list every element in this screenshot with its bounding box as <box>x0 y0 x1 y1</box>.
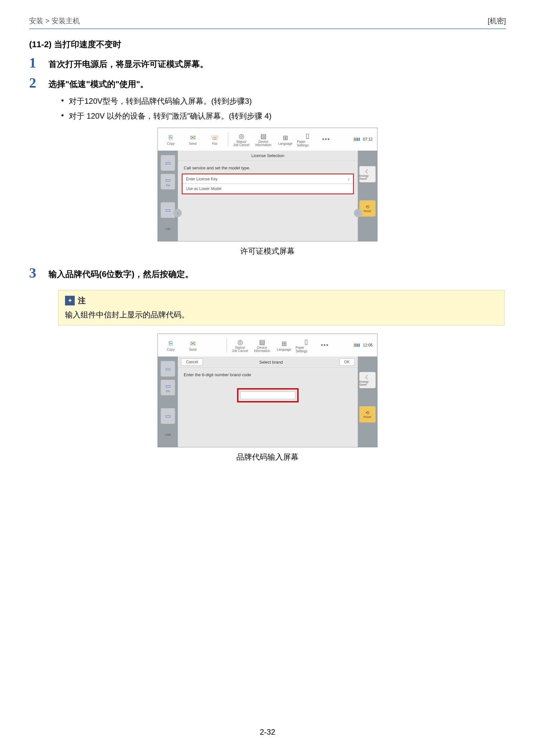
paper-settings-icon[interactable]: ▯Paper Settings <box>297 130 318 149</box>
clock: 07:12 <box>363 137 373 142</box>
step-2: 2 选择"低速"模式的"使用"。 <box>29 76 506 90</box>
clock: 12:05 <box>363 343 373 347</box>
note-icon: ✦ <box>65 296 75 306</box>
brand-code-input[interactable] <box>240 392 295 399</box>
step-number: 1 <box>29 56 48 70</box>
ok-button[interactable]: OK <box>339 359 354 365</box>
left-item[interactable]: ▭ <box>161 202 175 218</box>
device-info-icon[interactable]: ▤Device Information <box>253 130 274 149</box>
chevron-right-icon: › <box>348 176 350 182</box>
figure-license-screen: ⎘Copy ✉Send ☏Fax ◎Status/ Job Cancel ▤De… <box>29 128 506 256</box>
page-header: 安装 > 安装主机 [机密] <box>29 16 506 29</box>
screenshot-main: Cancel Select brand OK Enter the 6-digit… <box>178 357 358 447</box>
screenshot-topbar: ⎘Copy ✉Send ☏Fax ◎Status/ Job Cancel ▤De… <box>158 128 377 150</box>
brand-code-input-highlight <box>237 388 298 402</box>
send-icon[interactable]: ✉Send <box>183 336 203 355</box>
left-item[interactable]: ▭ <box>161 361 175 377</box>
bullet-item: 对于 120V 以外的设备，转到"激活"确认屏幕。(转到步骤 4) <box>60 111 506 121</box>
screenshot-left-panel: ▭ ▭Co ▭ USB <box>158 357 178 447</box>
screenshot-right-panel: ☾Energy Saver ⟲Reset <box>358 357 377 447</box>
figure-caption: 许可证模式屏幕 <box>29 246 506 256</box>
screenshot-license: ⎘Copy ✉Send ☏Fax ◎Status/ Job Cancel ▤De… <box>157 128 378 241</box>
more-icon[interactable]: ••• <box>319 136 333 143</box>
energy-saver-button[interactable]: ☾Energy Saver <box>359 166 376 182</box>
screenshot-right-panel: ☾Energy Saver ⟲Reset <box>358 150 377 241</box>
step-3: 3 输入品牌代码(6位数字)，然后按确定。 <box>29 266 506 280</box>
screenshot-brand-code: ⎘Copy ✉Send ◎Status/ Job Cancel ▤Device … <box>157 334 378 447</box>
step-number: 3 <box>29 266 48 280</box>
confidential-label: [机密] <box>488 16 506 26</box>
language-icon[interactable]: ⊞Language <box>275 130 296 149</box>
screenshot-left-panel: ▭ ▭Co ▭ Job <box>158 150 178 241</box>
left-item-co[interactable]: ▭Co <box>161 380 175 395</box>
section-title: (11-2) 当打印速度不变时 <box>29 39 506 50</box>
copy-icon[interactable]: ⎘Copy <box>160 130 181 149</box>
dialog-instruction: Call service and set the model type. <box>178 161 358 172</box>
dialog-bar: Cancel Select brand OK <box>178 357 358 368</box>
left-item[interactable]: ▭ <box>161 155 175 171</box>
cancel-button[interactable]: Cancel <box>181 359 203 365</box>
send-icon[interactable]: ✉Send <box>183 130 203 149</box>
figure-caption: 品牌代码输入屏幕 <box>29 452 506 462</box>
step-text: 输入品牌代码(6位数字)，然后按确定。 <box>48 266 193 280</box>
status-bar: 07:12 <box>354 137 375 142</box>
reset-button[interactable]: ⟲Reset <box>359 406 376 422</box>
step-1: 1 首次打开电源后，将显示许可证模式屏幕。 <box>29 56 506 70</box>
bullet-item: 对于120V型号，转到品牌代码输入屏幕。(转到步骤3) <box>60 96 506 106</box>
pager-left-icon[interactable]: ‹ <box>173 209 182 217</box>
energy-saver-button[interactable]: ☾Energy Saver <box>359 372 376 388</box>
note-label: 注 <box>78 295 86 306</box>
screenshot-main: License Selection Call service and set t… <box>178 150 358 241</box>
step-text: 首次打开电源后，将显示许可证模式屏幕。 <box>48 56 208 70</box>
page-number: 2-32 <box>0 728 535 737</box>
status-icon[interactable]: ◎Status/ Job Cancel <box>230 336 250 355</box>
screenshot-topbar: ⎘Copy ✉Send ◎Status/ Job Cancel ▤Device … <box>158 334 377 357</box>
figure-brand-code-screen: ⎘Copy ✉Send ◎Status/ Job Cancel ▤Device … <box>29 334 506 462</box>
status-icon[interactable]: ◎Status/ Job Cancel <box>231 130 252 149</box>
note-body: 输入组件中信封上显示的品牌代码。 <box>65 310 498 320</box>
note-box: ✦ 注 输入组件中信封上显示的品牌代码。 <box>58 290 505 325</box>
step-text: 选择"低速"模式的"使用"。 <box>48 76 149 90</box>
fax-icon[interactable]: ☏Fax <box>205 130 225 149</box>
device-info-icon[interactable]: ▤Device Information <box>252 336 272 355</box>
left-item-usb[interactable]: USB <box>161 427 175 443</box>
left-item-co[interactable]: ▭Co <box>161 174 175 189</box>
breadcrumb: 安装 > 安装主机 <box>29 16 80 26</box>
more-icon[interactable]: ••• <box>318 342 332 349</box>
status-bar: 12:05 <box>354 343 375 347</box>
step-number: 2 <box>29 76 48 90</box>
paper-settings-icon[interactable]: ▯Paper Settings <box>296 336 316 355</box>
dialog-instruction: Enter the 6-digit number brand code <box>178 368 358 379</box>
use-lower-model-row[interactable]: Use as Lower Model <box>183 184 353 194</box>
left-item-job[interactable]: Job <box>161 221 175 237</box>
language-icon[interactable]: ⊞Language <box>274 336 294 355</box>
step-2-bullets: 对于120V型号，转到品牌代码输入屏幕。(转到步骤3) 对于 120V 以外的设… <box>60 96 506 121</box>
enter-license-key-row[interactable]: Enter License Key› <box>183 174 353 184</box>
dialog-title: License Selection <box>178 150 358 161</box>
dialog-title: Select brand <box>259 360 283 364</box>
copy-icon[interactable]: ⎘Copy <box>160 336 181 355</box>
left-item[interactable]: ▭ <box>161 408 175 424</box>
pager-right-icon[interactable]: › <box>354 209 362 217</box>
